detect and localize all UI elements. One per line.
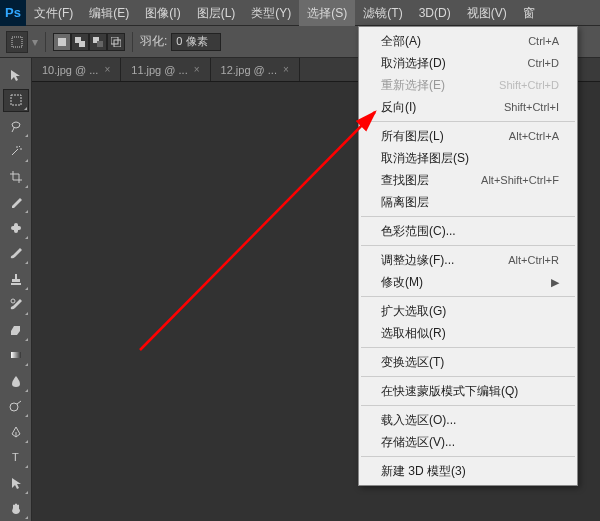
selection-new-icon[interactable] [53, 33, 71, 51]
close-icon[interactable]: × [104, 58, 110, 82]
hand-tool-icon[interactable] [3, 497, 29, 521]
menu-view[interactable]: 视图(V) [459, 0, 515, 26]
svg-point-13 [10, 403, 18, 411]
menu-item[interactable]: 取消选择(D)Ctrl+D [359, 52, 577, 74]
toolbar: T [0, 58, 32, 521]
menu-item[interactable]: 全部(A)Ctrl+A [359, 30, 577, 52]
menu-item[interactable]: 取消选择图层(S) [359, 147, 577, 169]
healing-tool-icon[interactable] [3, 216, 29, 240]
menu-item[interactable]: 选取相似(R) [359, 322, 577, 344]
menu-item[interactable]: 新建 3D 模型(3) [359, 460, 577, 482]
svg-rect-1 [58, 38, 66, 46]
tool-preset-icon[interactable] [6, 31, 28, 53]
menu-file[interactable]: 文件(F) [26, 0, 81, 26]
menu-separator [361, 405, 575, 406]
svg-text:T: T [12, 451, 19, 463]
menu-separator [361, 296, 575, 297]
menu-window[interactable]: 窗 [515, 0, 543, 26]
app-logo: Ps [0, 0, 26, 26]
menu-image[interactable]: 图像(I) [137, 0, 188, 26]
crop-tool-icon[interactable] [3, 165, 29, 189]
select-menu-dropdown: 全部(A)Ctrl+A取消选择(D)Ctrl+D重新选择(E)Shift+Ctr… [358, 26, 578, 486]
brush-tool-icon[interactable] [3, 242, 29, 266]
menu-filter[interactable]: 滤镜(T) [355, 0, 410, 26]
menu-item[interactable]: 反向(I)Shift+Ctrl+I [359, 96, 577, 118]
menu-select[interactable]: 选择(S) [299, 0, 355, 26]
svg-rect-5 [97, 41, 103, 47]
menu-item[interactable]: 隔离图层 [359, 191, 577, 213]
menu-item[interactable]: 所有图层(L)Alt+Ctrl+A [359, 125, 577, 147]
feather-input[interactable] [171, 33, 221, 51]
svg-rect-12 [11, 352, 21, 358]
menu-separator [361, 121, 575, 122]
marquee-tool-icon[interactable] [3, 89, 29, 113]
svg-rect-10 [14, 223, 18, 233]
menu-item[interactable]: 载入选区(O)... [359, 409, 577, 431]
close-icon[interactable]: × [194, 58, 200, 82]
menu-separator [361, 216, 575, 217]
menubar: Ps 文件(F) 编辑(E) 图像(I) 图层(L) 类型(Y) 选择(S) 滤… [0, 0, 600, 26]
document-tab[interactable]: 11.jpg @ ...× [121, 58, 210, 81]
document-tab[interactable]: 10.jpg @ ...× [32, 58, 121, 81]
magic-wand-tool-icon[interactable] [3, 140, 29, 164]
lasso-tool-icon[interactable] [3, 114, 29, 138]
gradient-tool-icon[interactable] [3, 344, 29, 368]
svg-rect-3 [79, 41, 85, 47]
menu-separator [361, 347, 575, 348]
eraser-tool-icon[interactable] [3, 318, 29, 342]
menu-item[interactable]: 在快速蒙版模式下编辑(Q) [359, 380, 577, 402]
menu-item[interactable]: 查找图层Alt+Shift+Ctrl+F [359, 169, 577, 191]
svg-rect-0 [12, 37, 22, 47]
selection-add-icon[interactable] [71, 33, 89, 51]
selection-mode-group [53, 33, 125, 51]
menu-type[interactable]: 类型(Y) [243, 0, 299, 26]
menu-item[interactable]: 调整边缘(F)...Alt+Ctrl+R [359, 249, 577, 271]
svg-rect-8 [11, 95, 21, 105]
feather-label: 羽化: [140, 33, 167, 50]
blur-tool-icon[interactable] [3, 369, 29, 393]
stamp-tool-icon[interactable] [3, 267, 29, 291]
history-brush-tool-icon[interactable] [3, 293, 29, 317]
menu-item[interactable]: 色彩范围(C)... [359, 220, 577, 242]
menu-3d[interactable]: 3D(D) [411, 0, 459, 26]
menu-separator [361, 376, 575, 377]
menu-separator [361, 456, 575, 457]
selection-subtract-icon[interactable] [89, 33, 107, 51]
menu-edit[interactable]: 编辑(E) [81, 0, 137, 26]
menu-item: 重新选择(E)Shift+Ctrl+D [359, 74, 577, 96]
move-tool-icon[interactable] [3, 63, 29, 87]
selection-intersect-icon[interactable] [107, 33, 125, 51]
type-tool-icon[interactable]: T [3, 446, 29, 470]
eyedropper-tool-icon[interactable] [3, 191, 29, 215]
dodge-tool-icon[interactable] [3, 395, 29, 419]
menu-item[interactable]: 变换选区(T) [359, 351, 577, 373]
menu-layer[interactable]: 图层(L) [189, 0, 244, 26]
menu-item[interactable]: 修改(M)▶ [359, 271, 577, 293]
pen-tool-icon[interactable] [3, 420, 29, 444]
menu-item[interactable]: 存储选区(V)... [359, 431, 577, 453]
menu-separator [361, 245, 575, 246]
document-tab[interactable]: 12.jpg @ ...× [211, 58, 300, 81]
close-icon[interactable]: × [283, 58, 289, 82]
menu-item[interactable]: 扩大选取(G) [359, 300, 577, 322]
path-select-tool-icon[interactable] [3, 471, 29, 495]
svg-point-11 [11, 299, 15, 303]
